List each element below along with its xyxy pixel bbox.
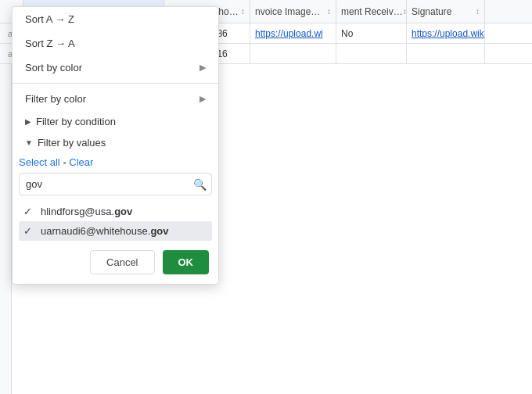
value-list: ✓ hlindforsg@usa.gov ✓ uarnaudi6@whiteho…	[19, 202, 212, 241]
select-all-link[interactable]: Select all	[19, 156, 60, 168]
cell-2-K	[250, 44, 336, 63]
cell-2-L	[336, 44, 407, 63]
sort-icon-J: ↕	[241, 7, 245, 16]
filter-by-values-header[interactable]: ▼ Filter by values	[13, 132, 218, 153]
filter-values-label: Filter by values	[38, 137, 106, 149]
value-item-2[interactable]: ✓ uarnaudi6@whitehouse.gov	[19, 221, 212, 241]
filter-dropdown: Sort A → Z Sort Z → A Sort by color ▶ Fi…	[12, 6, 219, 285]
sort-az-label: Sort A → Z	[25, 13, 74, 25]
value-text-1: hlindforsg@usa.gov	[41, 206, 132, 217]
col-label-L: ment Receiv…	[341, 6, 403, 17]
ok-button[interactable]: OK	[163, 250, 210, 274]
sort-by-color-item[interactable]: Sort by color ▶	[13, 56, 218, 80]
col-label-K: nvoice Image…	[255, 6, 320, 17]
filter-by-color-item[interactable]: Filter by color ▶	[13, 87, 218, 111]
sort-icon-M: ↕	[476, 7, 480, 16]
value-item-1[interactable]: ✓ hlindforsg@usa.gov	[19, 202, 212, 221]
col-header-K: nvoice Image… ↕	[250, 0, 336, 23]
divider-1	[13, 83, 218, 84]
col-label-M: Signature	[412, 6, 451, 17]
highlight-2: gov	[150, 225, 168, 237]
filter-color-label: Filter by color	[25, 93, 86, 105]
sort-za-label: Sort Z → A	[25, 38, 75, 49]
check-icon-2: ✓	[23, 225, 34, 237]
cell-1-M: https://upload.wikimedia	[407, 23, 485, 43]
search-input[interactable]	[24, 175, 193, 193]
clear-link[interactable]: Clear	[69, 156, 93, 168]
sort-icon-L: ↕	[403, 7, 407, 16]
search-icon: 🔍	[193, 178, 207, 191]
cell-1-K: https://upload.wi	[250, 23, 336, 43]
sort-icon-K: ↕	[327, 7, 331, 16]
sort-color-arrow-icon: ▶	[200, 63, 206, 73]
highlight-1: gov	[114, 206, 132, 217]
check-icon-1: ✓	[23, 206, 34, 217]
filter-condition-chevron-icon: ▶	[25, 117, 31, 126]
value-text-2: uarnaudi6@whitehouse.gov	[41, 225, 169, 237]
col-header-M: Signature ↕	[407, 0, 485, 23]
filter-condition-label: Filter by condition	[36, 116, 116, 127]
sort-az-item[interactable]: Sort A → Z	[13, 7, 218, 31]
bottom-buttons: Cancel OK	[13, 241, 218, 274]
select-all-row: Select all - Clear	[13, 153, 218, 173]
sort-za-item[interactable]: Sort Z → A	[13, 31, 218, 56]
col-header-L: ment Receiv… ↕	[336, 0, 407, 23]
filter-by-condition-header[interactable]: ▶ Filter by condition	[13, 111, 218, 132]
filter-values-chevron-icon: ▼	[25, 138, 33, 147]
cell-1-L: No	[336, 23, 407, 43]
filter-color-arrow-icon: ▶	[200, 94, 206, 104]
sort-color-label: Sort by color	[25, 62, 82, 73]
cancel-button[interactable]: Cancel	[90, 250, 154, 274]
cell-2-M	[407, 44, 485, 63]
search-box-wrapper: 🔍	[19, 173, 212, 195]
